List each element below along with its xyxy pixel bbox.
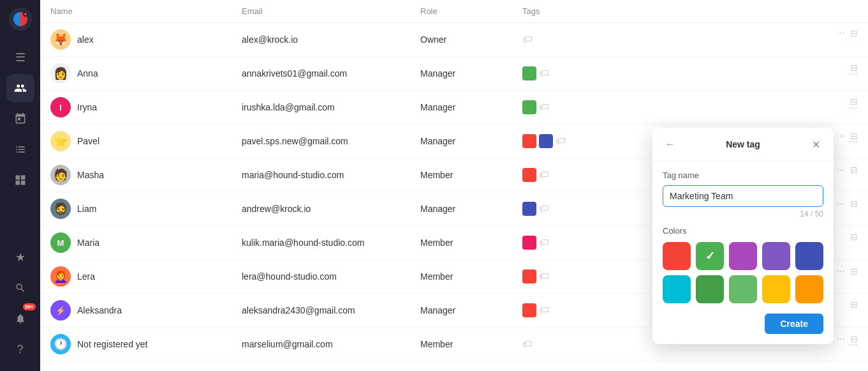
tag-dot <box>522 100 536 114</box>
tag-dot <box>522 134 536 148</box>
popup-title: New tag <box>678 139 808 149</box>
row-more-button[interactable]: ··· <box>837 198 845 209</box>
sidebar-item-tags[interactable] <box>6 135 34 163</box>
name-cell-content: ⭐Pavel <box>50 131 221 151</box>
row-more-button[interactable]: ··· <box>837 266 845 277</box>
color-swatch-red[interactable] <box>663 242 691 270</box>
cell-email: andrew@krock.io <box>232 192 410 226</box>
cell-name: 👩‍🦰Lera <box>40 260 232 294</box>
tags-cell-content: 🏷 <box>522 34 858 45</box>
add-tag-icon[interactable]: 🏷 <box>555 135 566 147</box>
popup-footer: Create <box>652 314 834 334</box>
add-tag-icon[interactable]: 🏷 <box>539 271 549 282</box>
add-tag-icon[interactable]: 🏷 <box>539 169 549 181</box>
avatar: ⭐ <box>50 131 71 151</box>
popup-close-button[interactable]: ✕ <box>808 137 823 152</box>
name-cell-content: 👩Anna <box>50 63 221 84</box>
cell-email: maria@hound-studio.com <box>232 158 410 192</box>
cell-role: Member <box>410 226 512 260</box>
avatar: M <box>50 232 71 253</box>
sidebar-item-users[interactable] <box>6 74 34 102</box>
cell-name: IIryna <box>40 91 232 125</box>
color-swatch-green-check[interactable] <box>696 242 724 270</box>
add-tag-icon[interactable]: 🏷 <box>522 338 533 350</box>
popup-body: Tag name 14 / 50 Colors <box>652 162 834 303</box>
sidebar-item-dashboard[interactable] <box>6 166 34 194</box>
cell-email: marselium@gmail.com <box>232 328 410 361</box>
cell-name: 🕐Not registered yet <box>40 328 232 361</box>
user-name: alex <box>77 34 94 45</box>
sidebar-item-notifications[interactable]: 99+ <box>6 305 34 333</box>
user-name: Anna <box>77 68 98 79</box>
cell-role: Manager <box>410 57 512 91</box>
tags-cell-content: 🏷··· <box>522 100 858 114</box>
color-swatch-purple-dark[interactable] <box>762 242 790 270</box>
sidebar-item-favorites[interactable]: ★ <box>6 243 34 271</box>
add-tag-icon[interactable]: 🏷 <box>539 203 549 215</box>
color-swatch-blue[interactable] <box>795 242 823 270</box>
row-settings-button[interactable]: ⊟ <box>850 165 858 175</box>
tags-cell-content: 🏷··· <box>522 66 858 80</box>
add-tag-icon[interactable]: 🏷 <box>539 102 549 113</box>
tag-dot <box>522 168 536 182</box>
more-icon[interactable]: ··· <box>848 67 858 80</box>
cell-name: 🦊alex <box>40 23 232 57</box>
tag-dot <box>522 202 536 216</box>
name-cell-content: 🦊alex <box>50 29 221 50</box>
action-icons: ···⊟ <box>837 27 858 39</box>
user-name: Aleksandra <box>77 305 122 315</box>
sidebar-item-help[interactable]: ? <box>6 335 34 363</box>
name-cell-content: IIryna <box>50 97 221 117</box>
row-settings-button[interactable]: ⊟ <box>850 299 858 310</box>
user-name: Iryna <box>77 102 97 112</box>
colors-grid <box>663 242 823 303</box>
add-tag-icon[interactable]: 🏷 <box>539 305 549 316</box>
color-swatch-teal[interactable] <box>663 275 691 303</box>
cell-name: 🧔Liam <box>40 192 232 226</box>
row-more-button[interactable]: ··· <box>837 333 845 345</box>
tag-dot <box>522 303 536 317</box>
color-swatch-green-bright[interactable] <box>729 275 757 303</box>
col-role: Role <box>410 0 512 23</box>
sidebar-item-search[interactable] <box>6 274 34 302</box>
color-swatch-green-dark[interactable] <box>696 275 724 303</box>
table-container: Name Email Role Tags 🦊alexalex@krock.ioO… <box>40 0 868 371</box>
row-settings-button[interactable]: ⊟ <box>850 266 858 276</box>
cell-role: Member <box>410 328 512 361</box>
more-icon[interactable]: ··· <box>848 135 858 148</box>
create-tag-button[interactable]: Create <box>765 314 823 334</box>
row-settings-button[interactable]: ⊟ <box>850 199 858 209</box>
user-name: Maria <box>77 238 99 248</box>
row-more-button[interactable]: ··· <box>837 164 845 176</box>
more-icon[interactable]: ··· <box>848 338 858 351</box>
name-cell-content: 👩‍🦰Lera <box>50 266 221 287</box>
color-swatch-purple-light[interactable] <box>729 242 757 270</box>
color-swatch-yellow[interactable] <box>762 275 790 303</box>
cell-email: pavel.sps.new@gmail.com <box>232 125 410 158</box>
row-settings-button[interactable]: ⊟ <box>850 28 858 38</box>
popup-header: ← New tag ✕ <box>652 128 834 162</box>
user-name: Pavel <box>77 136 99 146</box>
row-more-button[interactable]: ··· <box>837 27 845 39</box>
cell-tags: 🏷···⊟ <box>512 23 868 57</box>
add-tag-icon[interactable]: 🏷 <box>522 34 533 45</box>
more-icon[interactable]: ··· <box>848 101 858 114</box>
table-row: 👩Annaannakrivets01@gmail.comManager🏷···⊟ <box>40 57 868 91</box>
add-tag-icon[interactable]: 🏷 <box>539 68 549 79</box>
avatar: 👩‍🦰 <box>50 266 71 287</box>
row-settings-button[interactable]: ⊟ <box>850 232 858 242</box>
new-tag-popup: ← New tag ✕ Tag name 14 / 50 Colors Crea… <box>652 128 834 344</box>
color-swatch-amber[interactable] <box>795 275 823 303</box>
add-tag-icon[interactable]: 🏷 <box>539 237 549 248</box>
row-more-button[interactable]: ··· <box>837 130 845 142</box>
col-name: Name <box>40 0 232 23</box>
cell-email: irushka.lda@gmail.com <box>232 91 410 125</box>
tag-name-input[interactable] <box>663 185 823 207</box>
app-logo[interactable] <box>9 8 32 31</box>
sidebar-item-list[interactable]: ☰ <box>6 43 34 72</box>
name-cell-content: 🧔Liam <box>50 199 221 219</box>
cell-email: kulik.maria@hound-studio.com <box>232 226 410 260</box>
sidebar-item-calendar[interactable] <box>6 105 34 133</box>
cell-role: Owner <box>410 23 512 57</box>
popup-back-button[interactable]: ← <box>663 137 678 152</box>
